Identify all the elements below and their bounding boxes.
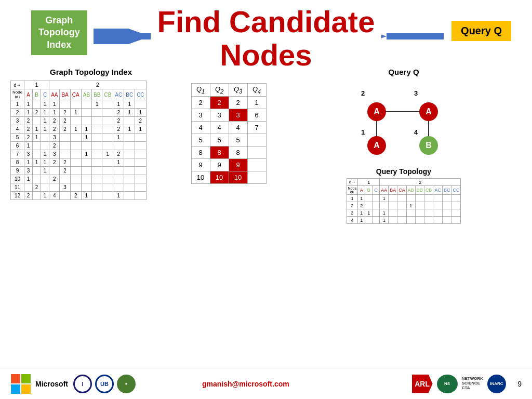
table-row	[102, 117, 113, 125]
table-row: 2	[113, 117, 124, 125]
table-header-cell: BC	[124, 89, 135, 100]
table-row: 10	[11, 175, 24, 183]
table-row	[33, 142, 41, 150]
table-row: 2	[135, 117, 146, 125]
table-row: 1	[102, 150, 113, 158]
candidate-cell: 4	[229, 121, 247, 134]
table-row	[124, 142, 135, 150]
table-row	[60, 192, 70, 200]
candidate-cell: 9	[210, 158, 229, 171]
table-row	[92, 167, 102, 175]
small-table-header: AC	[433, 186, 443, 195]
table-row	[113, 167, 124, 175]
table-row: 1	[41, 192, 49, 200]
small-table-cell: 1	[347, 195, 358, 202]
table-row	[92, 117, 102, 125]
small-table-cell	[406, 217, 415, 224]
table-row: 2	[60, 158, 70, 167]
table-row	[124, 134, 135, 142]
small-table-header: BA	[389, 186, 397, 195]
candidate-header: Q3	[229, 84, 247, 97]
table-row	[92, 175, 102, 183]
table-row: 2	[33, 109, 41, 117]
table-header-cell: d→	[11, 81, 24, 89]
table-header-cell: CA	[70, 89, 81, 100]
table-row	[124, 158, 135, 167]
table-row: 11	[11, 183, 24, 192]
small-table-cell	[424, 217, 433, 224]
small-table-header: AA	[380, 186, 389, 195]
small-table-cell	[433, 217, 443, 224]
small-table-cell	[424, 202, 433, 209]
table-row: 1	[135, 109, 146, 117]
candidate-cell: 4	[191, 121, 210, 134]
right-box-text: Query Q	[461, 25, 502, 36]
table-row	[49, 167, 60, 175]
table-row: 1	[41, 158, 49, 167]
table-row	[124, 192, 135, 200]
candidate-cell: 4	[210, 121, 229, 134]
candidate-cell: 2	[210, 96, 229, 109]
cta-text: NETWORKSCIENCECTA	[462, 377, 483, 390]
candidate-cell: 8	[191, 146, 210, 158]
network-science-logo: NS	[437, 375, 458, 393]
table-row: 2	[24, 192, 33, 200]
table-row	[92, 183, 102, 192]
main-content: Graph Topology Index d→ 1 2 NodeId↓ A B …	[0, 68, 532, 368]
table-row: 1	[124, 109, 135, 117]
table-row	[60, 100, 70, 109]
table-row	[92, 134, 102, 142]
small-table-cell: 1	[380, 195, 389, 202]
table-row: 1	[135, 125, 146, 134]
table-row: 1	[24, 142, 33, 150]
table-header-cell: AB	[81, 89, 91, 100]
table-row: 9	[11, 167, 24, 175]
small-table-cell	[415, 202, 424, 209]
table-row	[135, 134, 146, 142]
page-number: 9	[517, 380, 522, 388]
table-row	[33, 100, 41, 109]
table-row	[81, 109, 91, 117]
table-row	[102, 167, 113, 175]
small-table-cell	[389, 202, 397, 209]
table-row: 2	[113, 109, 124, 117]
table-row: 1	[41, 117, 49, 125]
table-row	[81, 175, 91, 183]
small-table-cell	[433, 202, 443, 209]
table-header-cell: B	[33, 89, 41, 100]
table-row	[81, 142, 91, 150]
candidate-header: Q1	[191, 84, 210, 97]
topology-index-table: d→ 1 2 NodeId↓ A B C AA BA CA AB BB CB A…	[10, 81, 147, 200]
small-table-cell: 1	[358, 195, 365, 202]
table-row: 1	[41, 167, 49, 175]
small-table-cell	[451, 209, 461, 217]
candidate-cell: 7	[247, 121, 266, 134]
table-row: 1	[70, 109, 81, 117]
table-row	[33, 175, 41, 183]
small-table-cell	[397, 202, 407, 209]
small-table-cell	[442, 195, 451, 202]
small-table-header: BB	[415, 186, 424, 195]
table-row	[33, 192, 41, 200]
table-header-cell: AA	[49, 89, 60, 100]
node-A2: A	[419, 102, 438, 121]
query-topology-title: Query Topology	[286, 167, 522, 176]
table-row: 1	[70, 125, 81, 134]
middle-section: Q1 Q2 Q3 Q4 222133364447555888999101010	[177, 68, 281, 368]
candidate-cell	[247, 146, 266, 158]
table-row	[102, 183, 113, 192]
table-row	[49, 183, 60, 192]
table-row: 4	[49, 192, 60, 200]
table-header-cell: BB	[92, 89, 102, 100]
candidate-cell: 3	[229, 109, 247, 121]
table-row	[92, 125, 102, 134]
table-row: 2	[70, 192, 81, 200]
table-row: 1	[124, 125, 135, 134]
small-table-cell	[365, 202, 373, 209]
table-row	[135, 175, 146, 183]
table-row: 6	[11, 142, 24, 150]
small-table-header: BC	[442, 186, 451, 195]
table-row: 2	[60, 167, 70, 175]
table-row	[33, 117, 41, 125]
table-row	[92, 158, 102, 167]
